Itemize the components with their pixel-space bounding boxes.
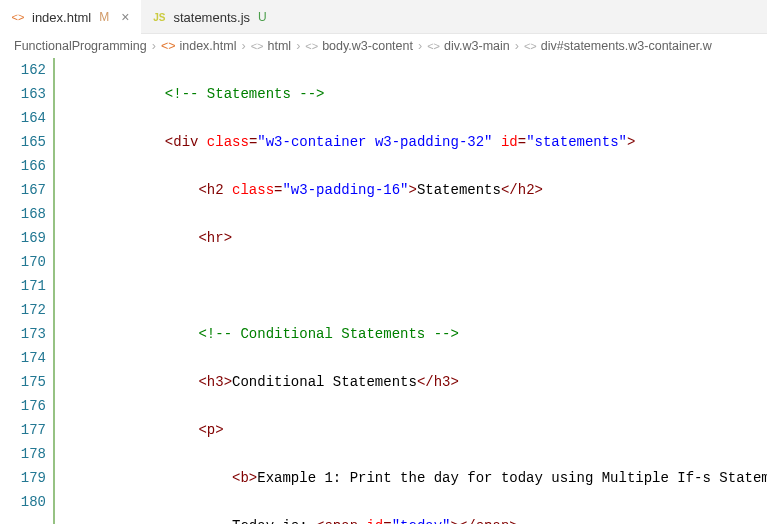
- breadcrumb-item[interactable]: index.html: [179, 39, 236, 53]
- breadcrumb-item[interactable]: div.w3-main: [444, 39, 510, 53]
- code-comment: <!-- Conditional Statements -->: [198, 326, 458, 342]
- breadcrumb-item[interactable]: body.w3-content: [322, 39, 413, 53]
- html-file-icon: <>: [10, 9, 26, 25]
- line-number: 170: [0, 250, 46, 274]
- line-number: 172: [0, 298, 46, 322]
- modified-indicator: M: [99, 10, 109, 24]
- line-number: 165: [0, 130, 46, 154]
- tab-statements-js[interactable]: JS statements.js U: [141, 0, 276, 34]
- line-number: 174: [0, 346, 46, 370]
- tab-label: index.html: [32, 10, 91, 25]
- line-number: 176: [0, 394, 46, 418]
- code-comment: <!-- Statements -->: [165, 86, 325, 102]
- untracked-indicator: U: [258, 10, 267, 24]
- line-number: 173: [0, 322, 46, 346]
- chevron-right-icon: ›: [515, 39, 519, 53]
- line-number: 177: [0, 418, 46, 442]
- chevron-right-icon: ›: [418, 39, 422, 53]
- line-number: 162: [0, 58, 46, 82]
- line-number: 179: [0, 466, 46, 490]
- chevron-right-icon: ›: [241, 39, 245, 53]
- js-file-icon: JS: [151, 9, 167, 25]
- chevron-right-icon: ›: [296, 39, 300, 53]
- breadcrumb: FunctionalProgramming › <> index.html › …: [0, 34, 767, 58]
- tag-icon: <>: [251, 40, 264, 52]
- breadcrumb-item[interactable]: FunctionalProgramming: [14, 39, 147, 53]
- breadcrumb-item[interactable]: div#statements.w3-container.w: [541, 39, 712, 53]
- tab-bar: <> index.html M × JS statements.js U: [0, 0, 767, 34]
- html-file-icon: <>: [161, 39, 176, 53]
- line-number: 175: [0, 370, 46, 394]
- line-number: 166: [0, 154, 46, 178]
- tag-icon: <>: [427, 40, 440, 52]
- chevron-right-icon: ›: [152, 39, 156, 53]
- code-content[interactable]: <!-- Statements --> <div class="w3-conta…: [58, 58, 767, 524]
- code-editor[interactable]: 1621631641651661671681691701711721731741…: [0, 58, 767, 524]
- line-number-gutter: 1621631641651661671681691701711721731741…: [0, 58, 58, 524]
- line-number: 171: [0, 274, 46, 298]
- line-number: 180: [0, 490, 46, 514]
- tag-icon: <>: [524, 40, 537, 52]
- line-number: 167: [0, 178, 46, 202]
- tag-icon: <>: [305, 40, 318, 52]
- breadcrumb-item[interactable]: html: [268, 39, 292, 53]
- line-number: 168: [0, 202, 46, 226]
- close-icon[interactable]: ×: [119, 9, 131, 25]
- line-number: 169: [0, 226, 46, 250]
- line-number: 178: [0, 442, 46, 466]
- tab-label: statements.js: [173, 10, 250, 25]
- line-number: 164: [0, 106, 46, 130]
- tab-index-html[interactable]: <> index.html M ×: [0, 0, 141, 34]
- line-number: 163: [0, 82, 46, 106]
